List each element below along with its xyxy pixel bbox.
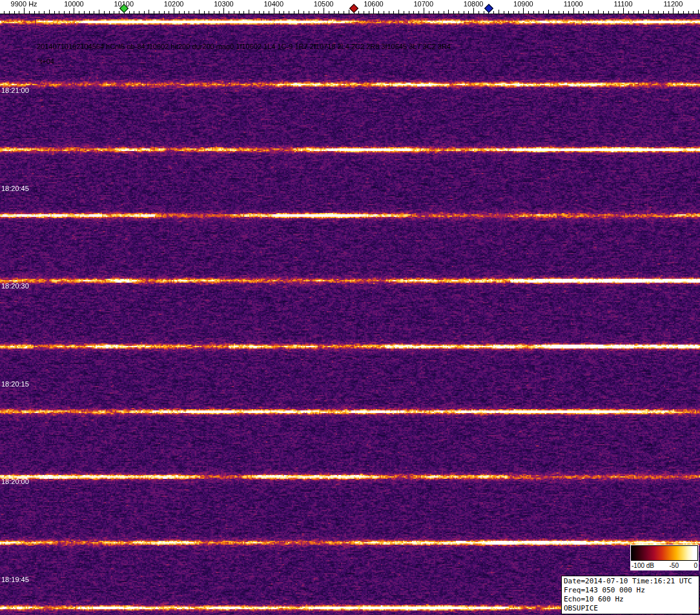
tick-mark	[29, 11, 30, 14]
tick-mark	[438, 11, 439, 14]
tick-mark	[269, 11, 269, 14]
tick-mark	[464, 11, 464, 14]
tick-mark	[683, 11, 684, 14]
tick-mark	[214, 11, 214, 14]
tick-mark	[283, 11, 284, 14]
tick-mark	[573, 8, 574, 14]
tick-mark	[378, 11, 379, 14]
tick-mark	[14, 11, 15, 14]
tick-mark	[338, 11, 339, 14]
tick-mark	[279, 11, 280, 14]
tick-mark	[668, 11, 669, 14]
tick-mark	[358, 11, 359, 14]
tick-mark	[384, 11, 384, 14]
tick-mark	[154, 11, 154, 14]
tick-mark	[263, 11, 264, 14]
tick-mark	[79, 11, 79, 14]
tick-mark	[424, 8, 424, 14]
tick-mark	[493, 11, 494, 14]
freq-tick-label: 9900 Hz	[11, 0, 37, 8]
tick-mark	[404, 11, 404, 14]
tick-mark	[139, 11, 139, 14]
tick-mark	[89, 11, 90, 14]
tick-mark	[563, 11, 564, 14]
freq-tick-label: 10400	[263, 0, 283, 8]
tick-mark	[318, 11, 319, 14]
freq-tick-label: 10500	[314, 0, 334, 8]
tick-mark	[539, 11, 539, 14]
tick-mark	[4, 11, 5, 14]
tick-mark	[369, 11, 369, 14]
tick-mark	[468, 11, 469, 14]
colorbar-label-mid: -50	[670, 562, 679, 569]
tick-mark	[519, 11, 519, 14]
tick-mark	[109, 11, 110, 14]
tick-mark	[314, 11, 314, 14]
tick-mark	[199, 10, 200, 14]
tick-mark	[74, 8, 74, 14]
tick-mark	[688, 11, 689, 14]
tick-mark	[9, 11, 10, 14]
tick-mark	[643, 11, 644, 14]
tick-mark	[618, 11, 619, 14]
freq-blue-marker[interactable]	[484, 4, 493, 13]
tick-mark	[373, 8, 374, 14]
tick-mark	[64, 11, 65, 14]
freq-tick-label: 10200	[164, 0, 184, 8]
tick-mark	[114, 11, 114, 14]
tick-mark	[274, 8, 274, 14]
tick-mark	[398, 10, 399, 14]
tick-mark	[648, 10, 649, 14]
tick-mark	[149, 10, 149, 14]
freq-tick-label: 11000	[564, 0, 583, 8]
tick-mark	[533, 11, 534, 14]
tick-mark	[448, 10, 449, 14]
tick-mark	[508, 11, 509, 14]
tick-mark	[309, 11, 309, 14]
tick-mark	[209, 11, 209, 14]
tick-mark	[349, 10, 349, 14]
tick-mark	[289, 11, 289, 14]
freq-tick-label: 10900	[513, 0, 533, 8]
tick-mark	[453, 11, 454, 14]
time-axis-label: 18:20:15	[1, 380, 29, 388]
tick-mark	[528, 11, 529, 14]
freq-tick-label: 11100	[614, 0, 633, 8]
tick-mark	[588, 11, 589, 14]
tick-mark	[613, 11, 614, 14]
colorbar: -100 dB -50 0	[630, 545, 699, 570]
tick-mark	[559, 11, 559, 14]
tick-mark	[458, 11, 459, 14]
tick-mark	[473, 8, 474, 14]
freq-red-marker[interactable]	[349, 4, 358, 13]
frequency-ruler: 9900 Hz100001010010200103001040010500106…	[0, 0, 700, 14]
tick-mark	[583, 11, 584, 14]
spectrogram-app: 9900 Hz100001010010200103001040010500106…	[0, 0, 700, 615]
tick-mark	[239, 11, 240, 14]
colorbar-gradient	[631, 545, 698, 561]
tick-mark	[393, 11, 394, 14]
freq-tick-label: 10300	[214, 0, 234, 8]
tick-mark	[294, 11, 294, 14]
tick-mark	[334, 11, 335, 14]
time-offset-annotation: ^t+04	[37, 57, 54, 65]
info-line-date: Date=2014-07-10 Time:16:21 UTC	[564, 577, 697, 586]
tick-mark	[159, 11, 160, 14]
tick-mark	[34, 11, 35, 14]
freq-tick-label: 10000	[64, 0, 84, 8]
time-axis-label: 18:20:30	[1, 282, 29, 290]
tick-mark	[409, 11, 409, 14]
tick-mark	[44, 11, 45, 14]
tick-mark	[568, 11, 569, 14]
tick-mark	[479, 11, 479, 14]
tick-mark	[84, 11, 85, 14]
tick-mark	[548, 10, 549, 14]
tick-mark	[144, 11, 145, 14]
tick-mark	[429, 11, 429, 14]
tick-mark	[628, 11, 629, 14]
tick-mark	[19, 11, 19, 14]
tick-mark	[99, 10, 99, 14]
tick-mark	[598, 10, 599, 14]
tick-mark	[499, 10, 499, 14]
tick-mark	[413, 11, 414, 14]
